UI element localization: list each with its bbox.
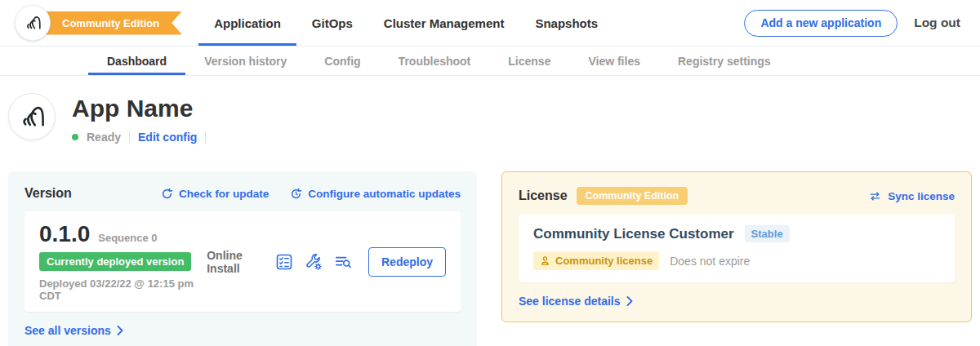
version-card-header: Version Check for update [24, 186, 461, 201]
version-card-actions: Check for update Configure automatic upd… [161, 188, 461, 200]
currently-deployed-badge: Currently deployed version [39, 252, 191, 271]
redeploy-button[interactable]: Redeploy [368, 247, 446, 277]
dashboard-cards: Version Check for update [8, 171, 972, 346]
app-status-row: Ready Edit config [72, 131, 206, 144]
license-details-panel: Community License Customer Stable Commun… [519, 215, 955, 282]
tab-gitops[interactable]: GitOps [296, 0, 368, 46]
version-card: Version Check for update [8, 171, 477, 346]
license-type-badge: Community license [533, 251, 659, 270]
primary-nav: Application GitOps Cluster Management Sn… [198, 0, 613, 46]
app-header-text: App Name Ready Edit config [72, 93, 206, 144]
subnav-license[interactable]: License [489, 47, 569, 75]
secondary-nav: Dashboard Version history Config Trouble… [0, 47, 980, 76]
preflight-checklist-icon[interactable] [275, 253, 293, 271]
license-card-title: License [519, 189, 568, 203]
sequence-label: Sequence 0 [98, 232, 157, 244]
version-actions: Online Install [207, 247, 446, 277]
status-badge: Ready [87, 131, 121, 144]
app-header: App Name Ready Edit config [8, 93, 972, 144]
edit-config-link[interactable]: Edit config [138, 131, 197, 144]
auto-update-clock-icon [290, 188, 302, 200]
current-version-info: 0.1.0 Sequence 0 Currently deployed vers… [39, 221, 207, 302]
see-all-versions-link[interactable]: See all versions [24, 324, 123, 337]
replicated-logo-icon [24, 14, 42, 32]
config-wrench-icon[interactable] [305, 253, 323, 271]
version-card-title: Version [24, 186, 72, 201]
dashboard-content: App Name Ready Edit config Version [0, 93, 980, 346]
tab-application[interactable]: Application [198, 0, 296, 46]
topbar-actions: Add a new application Log out [744, 0, 960, 46]
see-license-details-link[interactable]: See license details [519, 295, 633, 308]
license-title-group: License Community Edition [519, 187, 688, 205]
subnav-version-history[interactable]: Version history [185, 47, 305, 75]
divider [205, 131, 206, 143]
current-version-panel: 0.1.0 Sequence 0 Currently deployed vers… [24, 211, 461, 312]
community-edition-badge: Community Edition [577, 187, 688, 205]
channel-badge: Stable [745, 225, 790, 242]
add-new-application-button[interactable]: Add a new application [744, 10, 898, 37]
customer-name: Community License Customer [533, 226, 734, 242]
check-for-update-label: Check for update [179, 188, 269, 200]
top-header: Community Edition Application GitOps Clu… [0, 0, 980, 47]
subnav-troubleshoot[interactable]: Troubleshoot [380, 47, 490, 75]
sync-license-link[interactable]: Sync license [868, 190, 955, 202]
sync-license-label: Sync license [888, 190, 955, 202]
edition-ribbon-label: Community Edition [62, 17, 159, 29]
expiration-text: Does not expire [670, 255, 750, 268]
check-for-update-link[interactable]: Check for update [161, 188, 269, 200]
subnav-registry-settings[interactable]: Registry settings [659, 47, 790, 75]
license-card-header: License Community Edition Sync license [519, 187, 955, 205]
deployed-timestamp: Deployed 03/22/22 @ 12:15 pm CDT [39, 277, 207, 302]
subnav-view-files[interactable]: View files [569, 47, 659, 75]
version-number: 0.1.0 [39, 221, 90, 247]
divider [129, 131, 130, 143]
chevron-right-icon [117, 326, 123, 335]
replicated-logo [15, 5, 51, 41]
page-title: App Name [72, 95, 206, 122]
deploy-logs-icon[interactable] [334, 253, 352, 271]
configure-automatic-updates-label: Configure automatic updates [308, 188, 461, 200]
brand: Community Edition [15, 5, 182, 41]
license-card: License Community Edition Sync license C… [501, 171, 972, 322]
app-icon [8, 93, 56, 140]
tab-snapshots[interactable]: Snapshots [519, 0, 613, 46]
license-user-icon [540, 255, 550, 266]
subnav-config[interactable]: Config [305, 47, 379, 75]
version-line: 0.1.0 Sequence 0 [39, 221, 207, 247]
refresh-icon [161, 188, 173, 200]
configure-automatic-updates-link[interactable]: Configure automatic updates [290, 188, 461, 200]
status-dot [72, 134, 78, 140]
logout-link[interactable]: Log out [914, 16, 960, 30]
tab-cluster-management[interactable]: Cluster Management [368, 0, 520, 46]
install-type-label: Online Install [207, 249, 262, 275]
see-all-versions-label: See all versions [24, 324, 111, 337]
edition-ribbon: Community Edition [33, 11, 182, 35]
chevron-right-icon [626, 296, 633, 306]
see-license-details-label: See license details [519, 295, 621, 308]
sync-arrows-icon [868, 191, 882, 202]
license-type-label: Community license [555, 255, 653, 267]
license-customer-row: Community License Customer Stable [533, 225, 940, 242]
subnav-dashboard[interactable]: Dashboard [88, 47, 185, 75]
app-logo-icon [18, 103, 46, 131]
license-type-row: Community license Does not expire [533, 251, 940, 270]
